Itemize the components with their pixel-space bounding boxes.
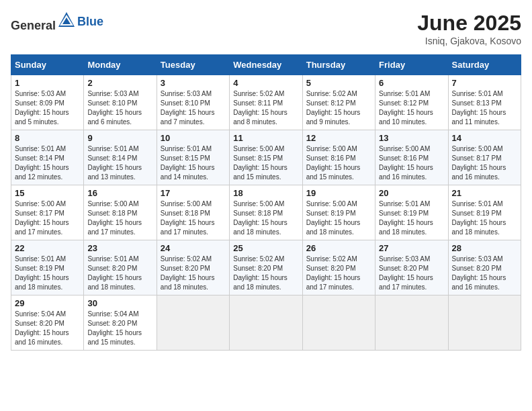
- logo: General Blue: [11, 11, 103, 33]
- day-number: 21: [452, 188, 517, 198]
- title-area: June 2025 Isniq, Gjakova, Kosovo: [417, 11, 521, 46]
- day-number: 30: [87, 298, 152, 308]
- day-number: 2: [87, 78, 152, 88]
- month-title: June 2025: [417, 11, 521, 36]
- day-info: Sunrise: 5:03 AM Sunset: 8:20 PM Dayligh…: [379, 255, 444, 292]
- day-number: 5: [306, 78, 371, 88]
- day-number: 22: [15, 243, 80, 253]
- day-cell-17: 17 Sunrise: 5:00 AM Sunset: 8:18 PM Dayl…: [157, 185, 229, 240]
- empty-cell-4-3: [230, 295, 302, 351]
- day-cell-12: 12 Sunrise: 5:00 AM Sunset: 8:16 PM Dayl…: [302, 130, 375, 185]
- empty-cell-4-6: [448, 295, 521, 351]
- day-number: 28: [452, 243, 517, 253]
- page-header: General Blue June 2025 Isniq, Gjakova, K…: [11, 11, 521, 46]
- day-cell-25: 25 Sunrise: 5:02 AM Sunset: 8:20 PM Dayl…: [230, 240, 302, 295]
- col-thursday: Thursday: [302, 55, 375, 75]
- logo-icon: [57, 11, 76, 30]
- day-info: Sunrise: 5:03 AM Sunset: 8:09 PM Dayligh…: [15, 89, 80, 127]
- day-info: Sunrise: 5:01 AM Sunset: 8:20 PM Dayligh…: [87, 255, 152, 292]
- day-info: Sunrise: 5:00 AM Sunset: 8:16 PM Dayligh…: [306, 144, 371, 182]
- day-info: Sunrise: 5:02 AM Sunset: 8:20 PM Dayligh…: [306, 255, 371, 292]
- day-number: 20: [379, 188, 444, 198]
- day-cell-26: 26 Sunrise: 5:02 AM Sunset: 8:20 PM Dayl…: [302, 240, 375, 295]
- day-info: Sunrise: 5:02 AM Sunset: 8:12 PM Dayligh…: [306, 89, 371, 127]
- day-info: Sunrise: 5:01 AM Sunset: 8:19 PM Dayligh…: [15, 255, 80, 292]
- day-info: Sunrise: 5:01 AM Sunset: 8:12 PM Dayligh…: [379, 89, 444, 127]
- day-info: Sunrise: 5:01 AM Sunset: 8:19 PM Dayligh…: [379, 199, 444, 237]
- day-info: Sunrise: 5:03 AM Sunset: 8:10 PM Dayligh…: [161, 89, 226, 127]
- day-info: Sunrise: 5:02 AM Sunset: 8:20 PM Dayligh…: [161, 255, 226, 292]
- day-cell-23: 23 Sunrise: 5:01 AM Sunset: 8:20 PM Dayl…: [84, 240, 157, 295]
- day-info: Sunrise: 5:03 AM Sunset: 8:10 PM Dayligh…: [87, 89, 152, 127]
- day-cell-11: 11 Sunrise: 5:00 AM Sunset: 8:15 PM Dayl…: [230, 130, 302, 185]
- day-cell-27: 27 Sunrise: 5:03 AM Sunset: 8:20 PM Dayl…: [375, 240, 448, 295]
- day-number: 27: [379, 243, 444, 253]
- day-number: 23: [87, 243, 152, 253]
- day-info: Sunrise: 5:03 AM Sunset: 8:20 PM Dayligh…: [452, 255, 517, 292]
- empty-cell-4-2: [157, 295, 229, 351]
- empty-cell-4-4: [302, 295, 375, 351]
- logo-text-general: General: [11, 19, 56, 32]
- col-tuesday: Tuesday: [157, 55, 229, 75]
- day-cell-9: 9 Sunrise: 5:01 AM Sunset: 8:14 PM Dayli…: [84, 130, 157, 185]
- day-info: Sunrise: 5:00 AM Sunset: 8:18 PM Dayligh…: [233, 199, 298, 237]
- day-number: 29: [15, 298, 80, 308]
- day-cell-21: 21 Sunrise: 5:01 AM Sunset: 8:19 PM Dayl…: [448, 185, 521, 240]
- day-cell-3: 3 Sunrise: 5:03 AM Sunset: 8:10 PM Dayli…: [157, 75, 229, 130]
- day-number: 16: [87, 188, 152, 198]
- day-info: Sunrise: 5:04 AM Sunset: 8:20 PM Dayligh…: [87, 310, 152, 347]
- day-cell-29: 29 Sunrise: 5:04 AM Sunset: 8:20 PM Dayl…: [11, 295, 84, 351]
- location-subtitle: Isniq, Gjakova, Kosovo: [417, 36, 521, 46]
- day-number: 24: [161, 243, 226, 253]
- day-info: Sunrise: 5:02 AM Sunset: 8:20 PM Dayligh…: [233, 255, 298, 292]
- day-number: 17: [161, 188, 226, 198]
- day-number: 10: [161, 133, 226, 143]
- day-cell-22: 22 Sunrise: 5:01 AM Sunset: 8:19 PM Dayl…: [11, 240, 84, 295]
- calendar-week-5: 29 Sunrise: 5:04 AM Sunset: 8:20 PM Dayl…: [11, 295, 521, 351]
- day-cell-18: 18 Sunrise: 5:00 AM Sunset: 8:18 PM Dayl…: [230, 185, 302, 240]
- day-number: 8: [15, 133, 80, 143]
- day-cell-16: 16 Sunrise: 5:00 AM Sunset: 8:18 PM Dayl…: [84, 185, 157, 240]
- day-cell-8: 8 Sunrise: 5:01 AM Sunset: 8:14 PM Dayli…: [11, 130, 84, 185]
- day-cell-24: 24 Sunrise: 5:02 AM Sunset: 8:20 PM Dayl…: [157, 240, 229, 295]
- day-number: 6: [379, 78, 444, 88]
- day-info: Sunrise: 5:01 AM Sunset: 8:14 PM Dayligh…: [15, 144, 80, 182]
- empty-cell-4-5: [375, 295, 448, 351]
- day-cell-1: 1 Sunrise: 5:03 AM Sunset: 8:09 PM Dayli…: [11, 75, 84, 130]
- day-cell-28: 28 Sunrise: 5:03 AM Sunset: 8:20 PM Dayl…: [448, 240, 521, 295]
- day-cell-30: 30 Sunrise: 5:04 AM Sunset: 8:20 PM Dayl…: [84, 295, 157, 351]
- col-wednesday: Wednesday: [230, 55, 302, 75]
- day-cell-4: 4 Sunrise: 5:02 AM Sunset: 8:11 PM Dayli…: [230, 75, 302, 130]
- day-info: Sunrise: 5:00 AM Sunset: 8:18 PM Dayligh…: [87, 199, 152, 237]
- day-info: Sunrise: 5:01 AM Sunset: 8:13 PM Dayligh…: [452, 89, 517, 127]
- day-cell-14: 14 Sunrise: 5:00 AM Sunset: 8:17 PM Dayl…: [448, 130, 521, 185]
- day-cell-5: 5 Sunrise: 5:02 AM Sunset: 8:12 PM Dayli…: [302, 75, 375, 130]
- day-info: Sunrise: 5:00 AM Sunset: 8:17 PM Dayligh…: [15, 199, 80, 237]
- day-number: 13: [379, 133, 444, 143]
- day-cell-19: 19 Sunrise: 5:00 AM Sunset: 8:19 PM Dayl…: [302, 185, 375, 240]
- day-number: 12: [306, 133, 371, 143]
- day-cell-7: 7 Sunrise: 5:01 AM Sunset: 8:13 PM Dayli…: [448, 75, 521, 130]
- col-monday: Monday: [84, 55, 157, 75]
- day-cell-2: 2 Sunrise: 5:03 AM Sunset: 8:10 PM Dayli…: [84, 75, 157, 130]
- day-number: 26: [306, 243, 371, 253]
- calendar-week-3: 15 Sunrise: 5:00 AM Sunset: 8:17 PM Dayl…: [11, 185, 521, 240]
- day-cell-15: 15 Sunrise: 5:00 AM Sunset: 8:17 PM Dayl…: [11, 185, 84, 240]
- day-number: 4: [233, 78, 298, 88]
- calendar-table: Sunday Monday Tuesday Wednesday Thursday…: [11, 54, 521, 351]
- day-cell-10: 10 Sunrise: 5:01 AM Sunset: 8:15 PM Dayl…: [157, 130, 229, 185]
- day-info: Sunrise: 5:00 AM Sunset: 8:15 PM Dayligh…: [233, 144, 298, 182]
- day-info: Sunrise: 5:01 AM Sunset: 8:15 PM Dayligh…: [161, 144, 226, 182]
- day-info: Sunrise: 5:00 AM Sunset: 8:18 PM Dayligh…: [161, 199, 226, 237]
- day-info: Sunrise: 5:00 AM Sunset: 8:16 PM Dayligh…: [379, 144, 444, 182]
- day-cell-20: 20 Sunrise: 5:01 AM Sunset: 8:19 PM Dayl…: [375, 185, 448, 240]
- col-friday: Friday: [375, 55, 448, 75]
- day-number: 1: [15, 78, 80, 88]
- day-number: 15: [15, 188, 80, 198]
- day-info: Sunrise: 5:01 AM Sunset: 8:19 PM Dayligh…: [452, 199, 517, 237]
- day-info: Sunrise: 5:00 AM Sunset: 8:19 PM Dayligh…: [306, 199, 371, 237]
- day-number: 19: [306, 188, 371, 198]
- calendar-week-4: 22 Sunrise: 5:01 AM Sunset: 8:19 PM Dayl…: [11, 240, 521, 295]
- day-number: 9: [87, 133, 152, 143]
- day-number: 25: [233, 243, 298, 253]
